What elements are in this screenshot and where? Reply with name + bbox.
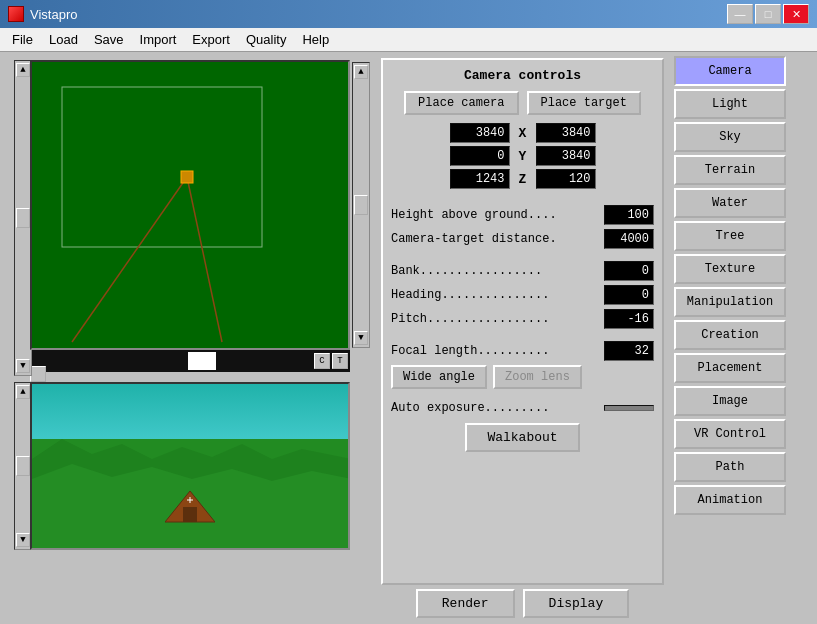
x-label: X xyxy=(513,123,533,143)
menu-export[interactable]: Export xyxy=(184,30,238,49)
app-title: Vistapro xyxy=(30,7,77,22)
viewport-top: ▲ ▼ xyxy=(30,60,350,350)
z-label: Z xyxy=(513,169,533,189)
coord-grid: 3840 X 3840 0 Y 3840 1243 Z 120 xyxy=(391,123,654,189)
menu-quality[interactable]: Quality xyxy=(238,30,294,49)
ctrl-btn-t[interactable]: T xyxy=(332,353,348,369)
right-panel: Camera Light Sky Terrain Water Tree Text… xyxy=(670,52,790,624)
svg-rect-0 xyxy=(62,87,262,247)
scroll-up-top[interactable]: ▲ xyxy=(354,65,368,79)
heading-val[interactable]: 0 xyxy=(604,285,654,305)
bank-val[interactable]: 0 xyxy=(604,261,654,281)
bank-label: Bank................. xyxy=(391,264,604,278)
nav-placement-button[interactable]: Placement xyxy=(674,353,786,383)
bottom-bar: Render Display xyxy=(381,589,664,618)
svg-rect-3 xyxy=(181,171,193,183)
pitch-row: Pitch................. -16 xyxy=(391,309,654,329)
display-button[interactable]: Display xyxy=(523,589,630,618)
nav-path-button[interactable]: Path xyxy=(674,452,786,482)
height-label: Height above ground.... xyxy=(391,208,604,222)
nav-terrain-button[interactable]: Terrain xyxy=(674,155,786,185)
title-bar: Vistapro — □ ✕ xyxy=(0,0,817,28)
viewport-svg xyxy=(32,62,348,348)
nav-tree-button[interactable]: Tree xyxy=(674,221,786,251)
svg-rect-9 xyxy=(183,507,197,522)
ctrl-btn-c[interactable]: C xyxy=(314,353,330,369)
tent-svg xyxy=(165,489,215,524)
camera-z-val[interactable]: 1243 xyxy=(450,169,510,189)
camera-y-val[interactable]: 0 xyxy=(450,146,510,166)
nav-animation-button[interactable]: Animation xyxy=(674,485,786,515)
menu-file[interactable]: File xyxy=(4,30,41,49)
nav-manipulation-button[interactable]: Manipulation xyxy=(674,287,786,317)
nav-vr-control-button[interactable]: VR Control xyxy=(674,419,786,449)
distance-row: Camera-target distance. 4000 xyxy=(391,229,654,249)
height-row: Height above ground.... 100 xyxy=(391,205,654,225)
target-y-val[interactable]: 3840 xyxy=(536,146,596,166)
restore-button[interactable]: □ xyxy=(755,4,781,24)
viewport-bottom-controls: C T xyxy=(30,350,350,372)
close-button[interactable]: ✕ xyxy=(783,4,809,24)
app-icon xyxy=(8,6,24,22)
wide-angle-button[interactable]: Wide angle xyxy=(391,365,487,389)
heading-label: Heading............... xyxy=(391,288,604,302)
render-button[interactable]: Render xyxy=(416,589,515,618)
scroll-down-top[interactable]: ▼ xyxy=(354,331,368,345)
sky-area xyxy=(32,384,348,439)
tent xyxy=(165,489,215,528)
nav-texture-button[interactable]: Texture xyxy=(674,254,786,284)
scroll-down-btn[interactable]: ▼ xyxy=(16,359,30,373)
nav-sky-button[interactable]: Sky xyxy=(674,122,786,152)
pitch-val[interactable]: -16 xyxy=(604,309,654,329)
distance-label: Camera-target distance. xyxy=(391,232,604,246)
scroll-thumb-top[interactable] xyxy=(354,195,368,215)
auto-exposure-row: Auto exposure......... xyxy=(391,401,654,415)
minimize-button[interactable]: — xyxy=(727,4,753,24)
focal-row: Focal length.......... 32 xyxy=(391,341,654,361)
lens-row: Wide angle Zoom lens xyxy=(391,365,654,389)
menu-save[interactable]: Save xyxy=(86,30,132,49)
focal-val[interactable]: 32 xyxy=(604,341,654,361)
left-panel: ▲ ▼ ▲ xyxy=(0,52,375,624)
viewport-bottom: ▲ ▼ xyxy=(30,382,350,550)
menu-load[interactable]: Load xyxy=(41,30,86,49)
nav-water-button[interactable]: Water xyxy=(674,188,786,218)
camera-controls-title: Camera controls xyxy=(391,68,654,83)
place-target-button[interactable]: Place target xyxy=(527,91,641,115)
scroll-up-btn[interactable]: ▲ xyxy=(16,63,30,77)
main-area: ▲ ▼ ▲ xyxy=(0,52,817,624)
height-val[interactable]: 100 xyxy=(604,205,654,225)
title-bar-left: Vistapro xyxy=(8,6,77,22)
y-label: Y xyxy=(513,146,533,166)
svg-line-2 xyxy=(187,177,222,342)
menu-help[interactable]: Help xyxy=(294,30,337,49)
zoom-lens-button[interactable]: Zoom lens xyxy=(493,365,582,389)
scroll-horizontal-thumb[interactable] xyxy=(188,352,216,370)
scrollbar-vertical: ▲ ▼ xyxy=(352,62,370,348)
target-x-val[interactable]: 3840 xyxy=(536,123,596,143)
pitch-label: Pitch................. xyxy=(391,312,604,326)
auto-exposure-val[interactable] xyxy=(604,405,654,411)
bank-row: Bank................. 0 xyxy=(391,261,654,281)
camera-controls-box: Camera controls Place camera Place targe… xyxy=(381,58,664,585)
place-buttons: Place camera Place target xyxy=(391,91,654,115)
scroll-up-bottom-left[interactable]: ▲ xyxy=(16,385,30,399)
walkabout-button[interactable]: Walkabout xyxy=(465,423,579,452)
nav-creation-button[interactable]: Creation xyxy=(674,320,786,350)
nav-camera-button[interactable]: Camera xyxy=(674,56,786,86)
focal-label: Focal length.......... xyxy=(391,344,604,358)
target-z-val[interactable]: 120 xyxy=(536,169,596,189)
center-panel: Camera controls Place camera Place targe… xyxy=(375,52,670,624)
distance-val[interactable]: 4000 xyxy=(604,229,654,249)
camera-x-val[interactable]: 3840 xyxy=(450,123,510,143)
menubar: File Load Save Import Export Quality Hel… xyxy=(0,28,817,52)
menu-import[interactable]: Import xyxy=(132,30,185,49)
heading-row: Heading............... 0 xyxy=(391,285,654,305)
nav-image-button[interactable]: Image xyxy=(674,386,786,416)
title-controls: — □ ✕ xyxy=(727,4,809,24)
place-camera-button[interactable]: Place camera xyxy=(404,91,518,115)
svg-line-1 xyxy=(72,177,187,342)
extra-ctrl-btn[interactable] xyxy=(30,366,46,382)
scroll-down-bottom-left[interactable]: ▼ xyxy=(16,533,30,547)
nav-light-button[interactable]: Light xyxy=(674,89,786,119)
